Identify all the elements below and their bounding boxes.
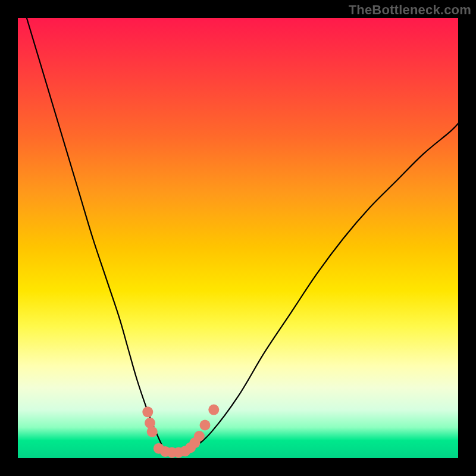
- bottleneck-curve-path: [27, 18, 458, 453]
- highlight-dots-group: [142, 405, 219, 458]
- highlight-dot: [208, 405, 219, 415]
- highlight-dot: [142, 406, 153, 417]
- watermark-text: TheBottleneck.com: [349, 2, 471, 18]
- highlight-dot: [200, 420, 211, 431]
- chart-frame: TheBottleneck.com: [0, 0, 476, 476]
- highlight-dot: [147, 427, 158, 437]
- highlight-dot: [194, 431, 205, 441]
- plot-area: [18, 18, 458, 458]
- curve-svg: [18, 18, 458, 458]
